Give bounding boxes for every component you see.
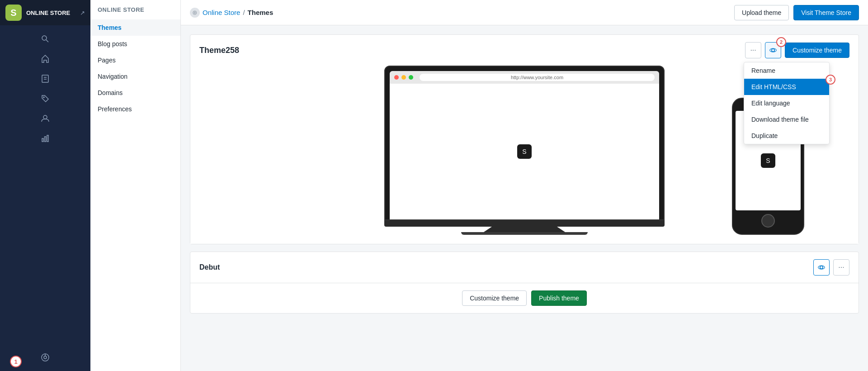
dropdown-rename[interactable]: Rename: [744, 62, 829, 79]
svg-line-1: [46, 40, 48, 42]
debut-header: Debut ···: [190, 252, 859, 283]
more-dots-icon: ···: [750, 46, 756, 54]
sidebar-top: S ONLINE STORE ↗: [0, 0, 90, 25]
phone-app-icon: S: [761, 153, 775, 168]
dropdown-download[interactable]: Download theme file: [744, 111, 829, 128]
svg-point-11: [44, 356, 47, 359]
theme258-actions: ··· 2 Customize theme Rename Edit HTML/C…: [745, 42, 849, 58]
browser-url-bar: http://www.yoursite.com: [420, 74, 655, 81]
step-badge-1: 1: [10, 356, 22, 367]
sidebar-item-tags[interactable]: [0, 89, 90, 109]
topbar-actions: Upload theme Visit Theme Store: [734, 5, 859, 20]
dropdown-duplicate[interactable]: Duplicate: [744, 128, 829, 144]
svg-point-13: [772, 49, 774, 52]
sidebar-item-customers[interactable]: [0, 109, 90, 128]
svg-point-6: [43, 115, 47, 119]
laptop-screen-content: S: [390, 84, 659, 219]
content-area: Theme258 ··· 2 Customize theme Rename Ed…: [181, 25, 868, 371]
theme258-more-button[interactable]: ···: [745, 42, 761, 58]
laptop-app-icon: S: [517, 144, 532, 159]
debut-actions: ···: [813, 259, 849, 276]
laptop-bottom: [384, 220, 665, 227]
store-name-label: ONLINE STORE: [26, 10, 80, 16]
upload-theme-button[interactable]: Upload theme: [734, 5, 789, 20]
svg-rect-8: [45, 137, 46, 142]
sidebar-item-home[interactable]: [0, 49, 90, 69]
sidebar-item-orders[interactable]: [0, 69, 90, 89]
theme258-card: Theme258 ··· 2 Customize theme Rename Ed…: [190, 34, 859, 244]
dropdown-edit-html-css[interactable]: Edit HTML/CSS: [744, 79, 829, 95]
subnav-item-domains[interactable]: Domains: [90, 85, 180, 101]
browser-dot-yellow: [401, 75, 406, 80]
sidebar-item-search[interactable]: [0, 29, 90, 49]
theme258-name: Theme258: [199, 46, 239, 55]
visit-theme-store-button[interactable]: Visit Theme Store: [793, 5, 859, 20]
subnav-section-title: Online Store: [90, 0, 180, 19]
browser-dot-red: [394, 75, 399, 80]
laptop-screen-outer: http://www.yoursite.com S: [384, 66, 665, 220]
laptop-browser-bar: http://www.yoursite.com: [390, 71, 659, 84]
breadcrumb-parent-link[interactable]: Online Store: [203, 9, 240, 16]
subnav-item-navigation[interactable]: Navigation: [90, 68, 180, 85]
topbar: ◎ Online Store / Themes Upload theme Vis…: [181, 0, 868, 25]
breadcrumb-current-page: Themes: [248, 9, 274, 16]
browser-dot-green: [409, 75, 413, 80]
svg-point-0: [42, 36, 47, 40]
debut-card: Debut ··· Customize theme Publish theme: [190, 252, 859, 314]
debut-customize-button[interactable]: Customize theme: [462, 290, 527, 306]
subnav: Online Store Themes Blog posts Pages Nav…: [90, 0, 181, 371]
debut-more-button[interactable]: ···: [833, 259, 849, 276]
external-link-icon[interactable]: ↗: [80, 10, 85, 16]
debut-actions-row: Customize theme Publish theme: [190, 283, 859, 313]
step-badge-3: 3: [826, 75, 835, 85]
debut-more-dots-icon: ···: [838, 263, 844, 271]
breadcrumb-separator: /: [243, 9, 245, 16]
svg-rect-9: [47, 135, 48, 142]
theme258-header: Theme258 ··· 2 Customize theme Rename Ed…: [190, 35, 859, 66]
step-badge-2: 2: [776, 37, 786, 47]
main-content: ◎ Online Store / Themes Upload theme Vis…: [181, 0, 868, 371]
dropdown-menu: Rename Edit HTML/CSS 3 Edit language Dow…: [744, 62, 830, 144]
theme258-customize-button[interactable]: Customize theme: [785, 43, 849, 58]
sidebar-item-apps[interactable]: 1: [0, 347, 90, 367]
svg-point-5: [43, 97, 44, 98]
shopify-logo: S: [5, 5, 22, 21]
theme258-preview-button[interactable]: 2: [765, 42, 781, 58]
laptop-stand: [484, 227, 565, 232]
subnav-item-blog-posts[interactable]: Blog posts: [90, 36, 180, 52]
dropdown-edit-language[interactable]: Edit language: [744, 95, 829, 111]
debut-preview-button[interactable]: [813, 259, 830, 276]
sidebar-item-analytics[interactable]: [0, 128, 90, 148]
laptop-base: [461, 232, 588, 235]
subnav-item-preferences[interactable]: Preferences: [90, 101, 180, 117]
sidebar: S ONLINE STORE ↗ 1: [0, 0, 90, 371]
svg-point-15: [820, 266, 823, 269]
laptop-mockup: http://www.yoursite.com S: [384, 66, 665, 235]
svg-rect-2: [42, 75, 48, 82]
subnav-item-pages[interactable]: Pages: [90, 52, 180, 68]
sidebar-icons: 1: [0, 25, 90, 371]
debut-name: Debut: [199, 263, 220, 271]
subnav-item-themes[interactable]: Themes: [90, 19, 180, 36]
breadcrumb: ◎ Online Store / Themes: [190, 8, 273, 18]
debut-publish-button[interactable]: Publish theme: [531, 290, 587, 306]
breadcrumb-home-icon: ◎: [190, 8, 200, 18]
phone-home-button: [761, 214, 775, 228]
svg-rect-7: [42, 138, 43, 142]
